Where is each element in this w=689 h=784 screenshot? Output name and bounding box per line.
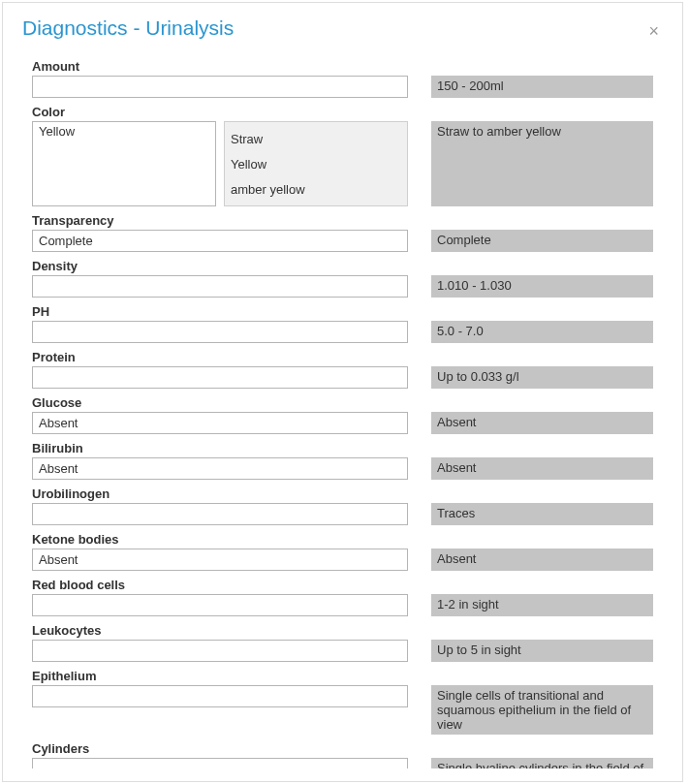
cylinders-reference: Single hyaline cylinders in the field of… bbox=[431, 758, 653, 768]
transparency-reference: Complete bbox=[431, 230, 653, 252]
color-input[interactable]: Yellow bbox=[32, 121, 216, 206]
glucose-input[interactable] bbox=[32, 412, 408, 434]
ph-reference: 5.0 - 7.0 bbox=[431, 321, 653, 343]
ketone-bodies-input[interactable] bbox=[32, 549, 408, 571]
field-ketone-bodies: Ketone bodies Absent bbox=[32, 532, 653, 571]
cylinders-label: Cylinders bbox=[32, 741, 653, 756]
glucose-label: Glucose bbox=[32, 395, 653, 410]
field-leukocytes: Leukocytes Up to 5 in sight bbox=[32, 623, 653, 662]
protein-label: Protein bbox=[32, 350, 653, 364]
urobilinogen-label: Urobilinogen bbox=[32, 486, 653, 501]
ph-label: PH bbox=[32, 304, 653, 319]
bilirubin-input[interactable] bbox=[32, 457, 408, 480]
ketone-bodies-label: Ketone bodies bbox=[32, 532, 653, 547]
transparency-label: Transparency bbox=[32, 213, 653, 228]
color-option-amber[interactable]: amber yellow bbox=[231, 182, 401, 197]
dialog-title: Diagnostics - Urinalysis bbox=[22, 16, 234, 40]
leukocytes-reference: Up to 5 in sight bbox=[431, 640, 653, 662]
dialog-header: Diagnostics - Urinalysis × bbox=[3, 3, 682, 51]
protein-input[interactable] bbox=[32, 366, 408, 389]
density-label: Density bbox=[32, 259, 653, 273]
bilirubin-label: Bilirubin bbox=[32, 441, 653, 455]
field-bilirubin: Bilirubin Absent bbox=[32, 441, 653, 480]
field-transparency: Transparency Complete bbox=[32, 213, 653, 252]
color-option-straw[interactable]: Straw bbox=[231, 132, 401, 146]
epithelium-input[interactable] bbox=[32, 685, 408, 707]
leukocytes-label: Leukocytes bbox=[32, 623, 653, 638]
protein-reference: Up to 0.033 g/l bbox=[431, 366, 653, 389]
ph-input[interactable] bbox=[32, 321, 408, 343]
amount-input[interactable] bbox=[32, 76, 408, 98]
field-protein: Protein Up to 0.033 g/l bbox=[32, 350, 653, 389]
color-option-yellow[interactable]: Yellow bbox=[231, 157, 401, 172]
field-density: Density 1.010 - 1.030 bbox=[32, 259, 653, 298]
field-glucose: Glucose Absent bbox=[32, 395, 653, 434]
density-reference: 1.010 - 1.030 bbox=[431, 275, 653, 298]
bilirubin-reference: Absent bbox=[431, 457, 653, 480]
urinalysis-dialog: Diagnostics - Urinalysis × Amount 150 - … bbox=[2, 2, 683, 782]
dialog-content: Amount 150 - 200ml Color Yellow Straw Ye… bbox=[3, 51, 682, 768]
field-urobilinogen: Urobilinogen Traces bbox=[32, 486, 653, 525]
amount-label: Amount bbox=[32, 59, 653, 74]
ketone-bodies-reference: Absent bbox=[431, 549, 653, 571]
field-color: Color Yellow Straw Yellow amber yellow S… bbox=[32, 105, 653, 206]
color-reference: Straw to amber yellow bbox=[431, 121, 653, 206]
cylinders-input[interactable] bbox=[32, 758, 408, 768]
red-blood-cells-reference: 1-2 in sight bbox=[431, 594, 653, 616]
field-cylinders: Cylinders Single hyaline cylinders in th… bbox=[32, 741, 653, 768]
field-red-blood-cells: Red blood cells 1-2 in sight bbox=[32, 578, 653, 616]
field-ph: PH 5.0 - 7.0 bbox=[32, 304, 653, 343]
field-amount: Amount 150 - 200ml bbox=[32, 59, 653, 98]
transparency-input[interactable] bbox=[32, 230, 408, 252]
glucose-reference: Absent bbox=[431, 412, 653, 434]
density-input[interactable] bbox=[32, 275, 408, 298]
amount-reference: 150 - 200ml bbox=[431, 76, 653, 98]
red-blood-cells-input[interactable] bbox=[32, 594, 408, 616]
close-icon[interactable]: × bbox=[644, 18, 663, 44]
epithelium-reference: Single cells of transitional and squamou… bbox=[431, 685, 653, 735]
field-epithelium: Epithelium Single cells of transitional … bbox=[32, 669, 653, 735]
epithelium-label: Epithelium bbox=[32, 669, 653, 683]
urobilinogen-reference: Traces bbox=[431, 503, 653, 525]
leukocytes-input[interactable] bbox=[32, 640, 408, 662]
color-options-list[interactable]: Straw Yellow amber yellow bbox=[224, 121, 408, 206]
color-label: Color bbox=[32, 105, 653, 119]
urobilinogen-input[interactable] bbox=[32, 503, 408, 525]
red-blood-cells-label: Red blood cells bbox=[32, 578, 653, 592]
